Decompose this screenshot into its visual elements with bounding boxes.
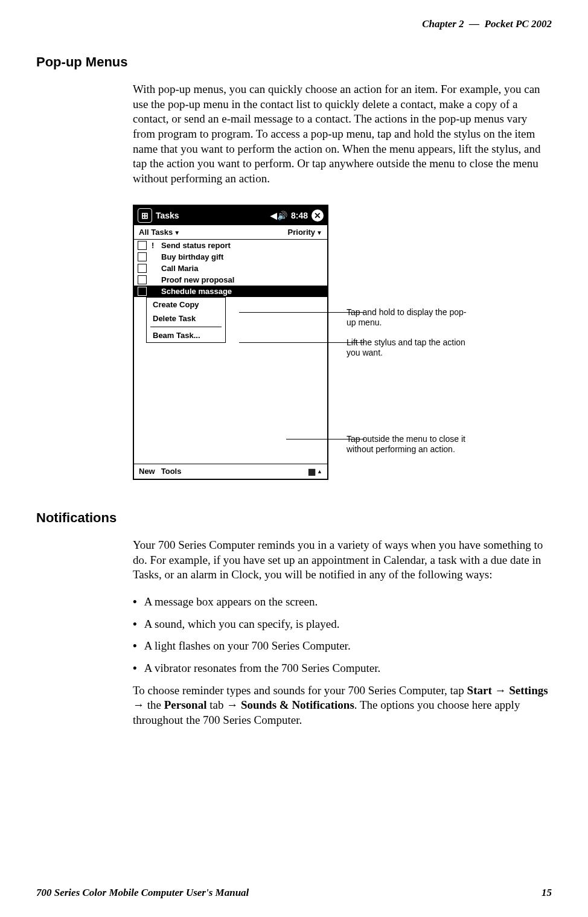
task-label: Buy birthday gift [161, 252, 223, 261]
task-row[interactable]: Proof new proposal [134, 274, 327, 286]
popup-item-delete-task[interactable]: Delete Task [147, 312, 225, 325]
popup-menus-paragraph: With pop-up menus, you can quickly choos… [133, 82, 552, 187]
bullet-icon: • [133, 617, 137, 632]
task-checkbox[interactable] [138, 264, 147, 273]
task-list: ! Send status report Buy birthday gift C… [134, 240, 327, 343]
bullet-icon: • [133, 661, 137, 676]
callout-lift-tap: Lift the stylus and tap the action you w… [347, 337, 467, 358]
filter-bar: All Tasks▼ Priority▼ [134, 225, 327, 240]
app-title: Tasks [156, 211, 179, 220]
callout-tap-outside: Tap outside the menu to close it without… [347, 434, 467, 455]
nav-sounds: Sounds & Notifications [241, 698, 354, 711]
chapter-title: Pocket PC 2002 [485, 18, 552, 30]
bullet-text: A sound, which you can specify, is playe… [144, 617, 340, 632]
tasks-screenshot-figure: ⊞ Tasks ◀🔊 8:48 ✕ All Tasks▼ Priority▼ !… [133, 205, 552, 480]
task-checkbox[interactable] [138, 241, 147, 250]
device-bottombar: New Tools ▦▲ [134, 464, 327, 479]
bottombar-new[interactable]: New [139, 467, 155, 476]
footer-manual-title: 700 Series Color Mobile Computer User's … [36, 887, 249, 899]
device-blank-area[interactable] [134, 343, 327, 464]
clock-time[interactable]: 8:48 [291, 211, 308, 220]
callout-tap-hold: Tap and hold to display the pop-up menu. [347, 307, 467, 328]
bullet-text: A message box appears on the screen. [144, 595, 318, 610]
popup-item-beam-task[interactable]: Beam Task... [147, 328, 225, 342]
arrow-icon: → [494, 684, 506, 697]
task-checkbox[interactable] [138, 275, 147, 284]
bottombar-tools[interactable]: Tools [161, 467, 182, 476]
priority-icon: ! [152, 241, 156, 250]
popup-menu: Create Copy Delete Task Beam Task... [146, 297, 226, 343]
filter-sort[interactable]: Priority▼ [288, 228, 322, 237]
nav-personal: Personal [164, 698, 207, 711]
task-checkbox[interactable] [138, 252, 147, 261]
speaker-icon[interactable]: ◀🔊 [270, 211, 287, 220]
header-separator: — [469, 18, 479, 30]
task-label: Call Maria [161, 264, 198, 273]
bullet-text: A vibrator resonates from the 700 Series… [144, 661, 381, 676]
task-checkbox[interactable] [138, 287, 147, 296]
bullet-text: A light flashes on your 700 Series Compu… [144, 639, 351, 654]
bullet-item: • A message box appears on the screen. [133, 595, 552, 610]
notifications-closing: To choose reminder types and sounds for … [133, 683, 552, 728]
keyboard-icon[interactable]: ▦▲ [308, 467, 322, 476]
page-header: Chapter 2 — Pocket PC 2002 [36, 18, 552, 30]
notifications-paragraph: Your 700 Series Computer reminds you in … [133, 538, 552, 583]
task-label: Send status report [161, 241, 231, 250]
task-label: Schedule massage [161, 287, 232, 296]
task-row[interactable]: Call Maria [134, 263, 327, 274]
bullet-item: • A vibrator resonates from the 700 Seri… [133, 661, 552, 676]
popup-item-create-copy[interactable]: Create Copy [147, 298, 225, 312]
device-titlebar: ⊞ Tasks ◀🔊 8:48 ✕ [134, 206, 327, 225]
nav-settings: Settings [509, 684, 548, 697]
chevron-down-icon: ▼ [316, 229, 322, 236]
close-icon[interactable]: ✕ [312, 209, 324, 222]
popup-divider [150, 327, 222, 327]
bullet-icon: • [133, 639, 137, 654]
footer-page-number: 15 [542, 887, 552, 899]
nav-start: Start [467, 684, 492, 697]
chevron-down-icon: ▼ [174, 229, 180, 236]
task-row-selected[interactable]: Schedule massage [134, 286, 327, 297]
task-row[interactable]: ! Send status report [134, 240, 327, 251]
section-heading-notifications: Notifications [36, 510, 552, 526]
bullet-item: • A sound, which you can specify, is pla… [133, 617, 552, 632]
bullet-item: • A light flashes on your 700 Series Com… [133, 639, 552, 654]
bullet-icon: • [133, 595, 137, 610]
arrow-icon: → [226, 698, 238, 711]
start-icon[interactable]: ⊞ [138, 208, 152, 223]
section-heading-popup-menus: Pop-up Menus [36, 54, 552, 70]
task-row[interactable]: Buy birthday gift [134, 251, 327, 263]
filter-category[interactable]: All Tasks▼ [139, 228, 180, 237]
task-label: Proof new proposal [161, 275, 234, 284]
chapter-label: Chapter 2 [422, 18, 464, 30]
page-footer: 700 Series Color Mobile Computer User's … [36, 887, 552, 899]
arrow-icon: → [133, 698, 144, 711]
